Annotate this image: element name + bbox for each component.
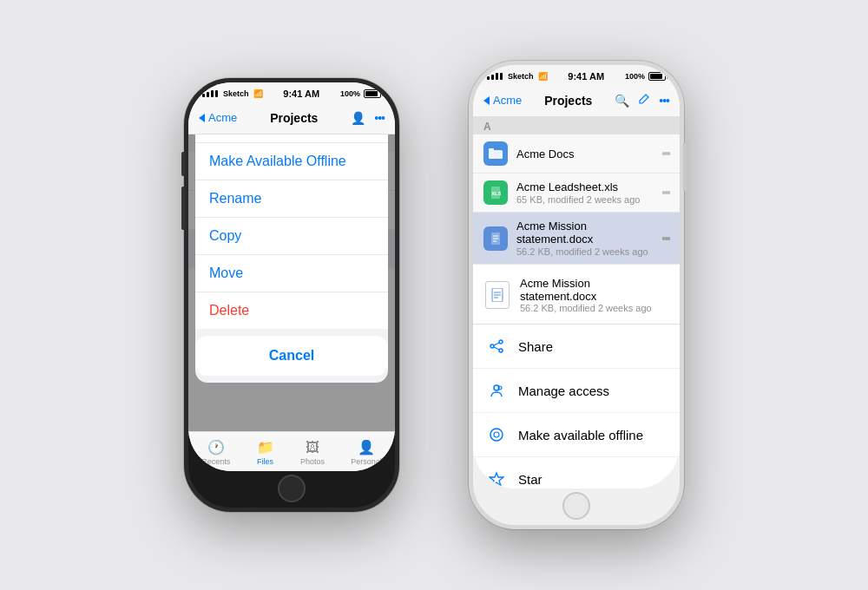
list-item-sub-xls-light: 65 KB, modified 2 weeks ago xyxy=(516,194,661,205)
status-bar-dark: Sketch 📶 9:41 AM 100% xyxy=(188,82,395,102)
back-chevron-dark xyxy=(199,114,205,122)
add-user-icon-dark[interactable]: 👤 xyxy=(351,111,365,125)
action-file-icon xyxy=(485,281,510,309)
more-dots-docs[interactable]: ••• xyxy=(661,147,669,161)
battery-icon-light xyxy=(648,72,666,81)
cancel-button-dark[interactable]: Cancel xyxy=(195,336,388,376)
edit-icon-light[interactable] xyxy=(638,93,650,108)
status-left-dark: Sketch 📶 xyxy=(202,89,263,98)
doc-icon-light xyxy=(483,226,508,251)
status-right-dark: 100% xyxy=(340,89,381,98)
offline-label: Make available offline xyxy=(518,428,643,442)
folder-icon-light xyxy=(483,141,508,166)
nav-back-dark[interactable]: Acme xyxy=(199,111,237,124)
list-item-sub-mission-light: 56.2 KB, modified 2 weeks ago xyxy=(516,246,661,257)
svg-rect-12 xyxy=(489,150,503,159)
content-light: A Acme Docs ••• xyxy=(473,117,680,488)
tab-files-dark[interactable]: 📁 Files xyxy=(257,439,274,466)
action-make-offline[interactable]: Make Available Offline xyxy=(195,143,388,180)
nav-actions-light: 🔍 ••• xyxy=(615,93,669,108)
tab-label-files-dark: Files xyxy=(257,457,273,466)
action-star[interactable]: Star xyxy=(473,457,680,488)
more-icon-light[interactable]: ••• xyxy=(659,94,669,108)
list-item-leadsheet-light[interactable]: XLS Acme Leadsheet.xls 65 KB, modified 2… xyxy=(473,174,680,213)
more-dots-mission[interactable]: ••• xyxy=(661,232,669,246)
dot4l xyxy=(500,73,503,80)
content-dark: A Acme Docs xyxy=(188,134,395,431)
modal-overlay-dark: Acme Mission statement.docx 56.2 KB, mod… xyxy=(188,134,395,431)
modal-sheet-dark: Acme Mission statement.docx 56.2 KB, mod… xyxy=(195,134,388,383)
action-send-link[interactable]: Send Link xyxy=(195,134,388,143)
nav-actions-dark: 👤 ••• xyxy=(351,111,385,125)
action-share[interactable]: Share xyxy=(473,324,680,369)
list-item-mission-light[interactable]: Acme Mission statement.docx 56.2 KB, mod… xyxy=(473,213,680,265)
action-delete[interactable]: Delete xyxy=(195,292,388,329)
list-item-name-docs-light: Acme Docs xyxy=(516,148,661,161)
nav-title-light: Projects xyxy=(544,94,592,108)
personal-icon-dark: 👤 xyxy=(358,439,375,456)
action-move[interactable]: Move xyxy=(195,255,388,292)
action-sheet-right: Acme Mission statement.docx 56.2 KB, mod… xyxy=(473,265,680,488)
phone-light: Sketch 📶 9:41 AM 100% Acme Projects xyxy=(469,61,684,529)
more-icon-dark[interactable]: ••• xyxy=(374,111,385,125)
dot4 xyxy=(215,90,218,97)
svg-marker-33 xyxy=(490,473,503,486)
action-offline[interactable]: Make available offline xyxy=(473,413,680,457)
star-label: Star xyxy=(518,472,542,487)
action-rename[interactable]: Rename xyxy=(195,180,388,218)
battery-fill-dark xyxy=(365,91,378,96)
action-copy[interactable]: Copy xyxy=(195,218,388,255)
section-index-light: A xyxy=(473,117,680,134)
share-label: Share xyxy=(518,339,553,354)
battery-pct-dark: 100% xyxy=(340,89,360,98)
list-item-acme-docs-light[interactable]: Acme Docs ••• xyxy=(473,134,680,174)
action-file-info-right: Acme Mission statement.docx 56.2 KB, mod… xyxy=(520,277,667,313)
svg-line-28 xyxy=(494,347,499,350)
dot1l xyxy=(487,76,490,80)
svg-point-25 xyxy=(490,344,494,348)
home-button-light[interactable] xyxy=(562,492,590,520)
action-filesub-right: 56.2 KB, modified 2 weeks ago xyxy=(520,303,667,313)
phone-dark: Sketch 📶 9:41 AM 100% Acme Projects xyxy=(184,78,399,512)
more-dots-xls[interactable]: ••• xyxy=(661,186,669,200)
share-icon xyxy=(487,337,506,356)
battery-icon-dark xyxy=(364,89,381,98)
time-dark: 9:41 AM xyxy=(283,88,319,99)
dot3 xyxy=(211,90,214,97)
svg-text:XLS: XLS xyxy=(491,191,501,196)
battery-pct-light: 100% xyxy=(625,72,645,81)
tab-label-recents-dark: Recents xyxy=(201,457,230,466)
carrier-dark: Sketch xyxy=(223,89,249,98)
time-light: 9:41 AM xyxy=(568,71,604,82)
phone-light-inner: Sketch 📶 9:41 AM 100% Acme Projects xyxy=(473,65,680,488)
tab-label-personal-dark: Personal xyxy=(351,457,382,466)
tab-recents-dark[interactable]: 🕐 Recents xyxy=(201,439,230,466)
status-right-light: 100% xyxy=(625,72,666,81)
carrier-light: Sketch xyxy=(508,72,534,81)
home-button-dark[interactable] xyxy=(278,475,306,502)
status-bar-light: Sketch 📶 9:41 AM 100% xyxy=(473,65,680,84)
tab-personal-dark[interactable]: 👤 Personal xyxy=(351,439,382,466)
search-icon-light[interactable]: 🔍 xyxy=(615,94,629,108)
nav-back-label-light: Acme xyxy=(493,94,522,107)
manage-access-label: Manage access xyxy=(518,384,609,398)
svg-point-31 xyxy=(490,429,503,441)
nav-bar-dark: Acme Projects 👤 ••• xyxy=(188,102,395,134)
tab-photos-dark[interactable]: 🖼 Photos xyxy=(300,440,325,466)
photos-icon-dark: 🖼 xyxy=(306,440,319,456)
star-icon xyxy=(487,469,506,488)
svg-point-26 xyxy=(499,349,503,352)
nav-back-label-dark: Acme xyxy=(208,111,237,124)
tab-label-photos-dark: Photos xyxy=(300,457,325,466)
list-item-name-xls-light: Acme Leadsheet.xls xyxy=(516,180,661,193)
action-manage-access[interactable]: Manage access xyxy=(473,369,680,413)
svg-line-27 xyxy=(494,343,499,345)
nav-back-light[interactable]: Acme xyxy=(483,94,522,107)
dot3l xyxy=(496,73,498,80)
status-left-light: Sketch 📶 xyxy=(487,72,548,81)
svg-point-30 xyxy=(498,386,502,390)
files-icon-dark: 📁 xyxy=(257,439,274,456)
list-item-text-mission-light: Acme Mission statement.docx 56.2 KB, mod… xyxy=(516,220,661,257)
signal-dots xyxy=(202,90,218,97)
manage-access-icon xyxy=(487,381,506,400)
